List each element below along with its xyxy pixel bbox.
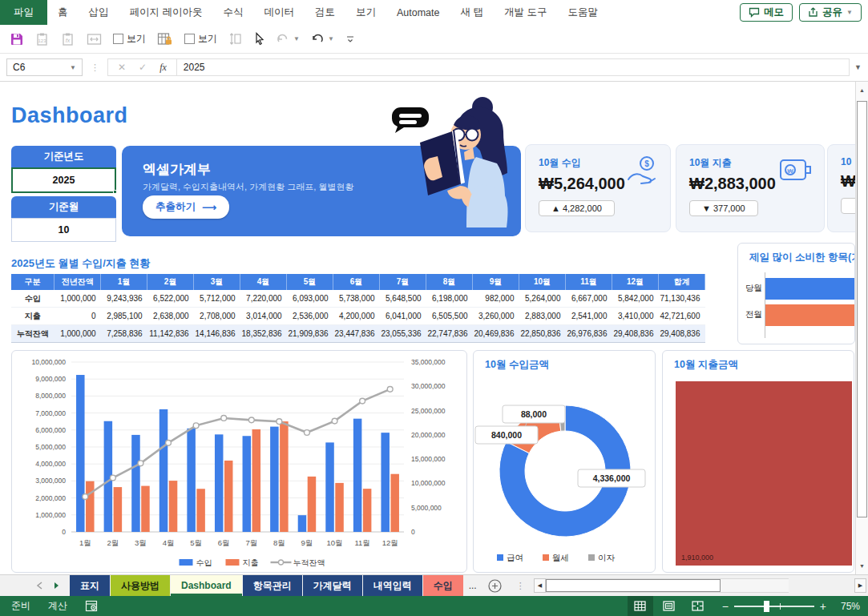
checkbox-icon[interactable] [113, 34, 123, 44]
share-button[interactable]: 공유 ▼ [799, 3, 862, 22]
protect-sheet-button[interactable] [157, 32, 173, 46]
calculate-indicator[interactable]: 계산 [48, 599, 67, 613]
comments-button[interactable]: 메모 [740, 3, 793, 22]
base-year-label: 기준년도 [11, 146, 116, 167]
svg-text:6,000,000: 6,000,000 [35, 426, 66, 434]
metric-card-2[interactable]: 10₩▲ [827, 144, 855, 232]
paste-formulas-button[interactable]: fx [61, 32, 75, 46]
ribbon-tab-3[interactable]: 수식 [212, 0, 253, 25]
dashboard-sheet[interactable]: Dashboard 기준년도 2025 기준월 10 엑셀가계부 가계달력, 수… [0, 82, 855, 574]
confirm-entry-icon[interactable]: ✓ [139, 62, 147, 73]
tabbar-splitter[interactable]: ⋮ [508, 575, 533, 596]
fill-handle[interactable] [113, 190, 117, 194]
scroll-left-icon[interactable]: ◀ [534, 578, 546, 593]
save-button[interactable] [10, 32, 24, 46]
redo-button[interactable]: ▼ [277, 33, 300, 45]
metric-card-1[interactable]: 10월 지출₩₩2,883,000▼ 377,000 [676, 144, 825, 232]
ribbon-tab-bar: 파일 홈삽입페이지 레이아웃수식데이터검토보기Automate새 탭개발 도구도… [0, 0, 868, 25]
expense-treemap-chart[interactable]: 10월 지출금액 1,910,000 [662, 350, 854, 573]
zoom-slider-thumb[interactable] [764, 601, 769, 612]
view-checkbox-2[interactable]: 보기 [184, 32, 217, 46]
table-row[interactable]: 누적잔액1,000,0007,258,83611,142,83614,146,8… [11, 325, 705, 343]
name-box-value: C6 [13, 62, 25, 73]
zoom-slider[interactable] [734, 601, 814, 612]
sheet-nav-left-icon[interactable] [36, 582, 42, 590]
sheet-tab-항목관리[interactable]: 항목관리 [243, 575, 302, 596]
svg-text:4,000,000: 4,000,000 [35, 460, 66, 468]
ribbon-tab-4[interactable]: 데이터 [253, 0, 305, 25]
svg-text:9,000,000: 9,000,000 [35, 375, 66, 383]
view-checkbox-1[interactable]: 보기 [113, 32, 146, 46]
select-cursor-button[interactable] [253, 32, 265, 46]
ribbon-tab-8[interactable]: 새 탭 [450, 0, 494, 25]
sheet-nav-right-icon[interactable] [54, 582, 60, 590]
ribbon-tab-7[interactable]: Automate [386, 0, 450, 25]
undo-button[interactable]: ▼ [311, 33, 334, 45]
zoom-level[interactable]: 75% [836, 601, 860, 612]
sheet-tab-가계달력[interactable]: 가계달력 [303, 575, 362, 596]
svg-text:₩: ₩ [787, 167, 793, 175]
scroll-down-icon[interactable]: ▼ [856, 559, 868, 573]
add-sheet-button[interactable] [482, 575, 508, 596]
sheet-tabs-overflow[interactable]: ... [464, 575, 482, 596]
insert-function-icon[interactable]: fx [159, 62, 167, 74]
metric-card-0[interactable]: 10월 수입$₩5,264,000▲ 4,282,000 [525, 144, 671, 232]
ribbon-tab-1[interactable]: 삽입 [79, 0, 119, 25]
table-header: 10월 [519, 274, 566, 290]
income-donut-chart[interactable]: 10월 수입금액 88,000840,0004,336,000급여월세이자 [473, 350, 656, 573]
normal-view-button[interactable] [628, 596, 653, 616]
name-box[interactable]: C6 ▼ [6, 58, 83, 76]
redo-icon [277, 33, 290, 45]
ribbon-tab-file[interactable]: 파일 [0, 0, 47, 25]
checkbox-icon[interactable] [184, 34, 195, 44]
zoom-out-button[interactable]: − [722, 600, 729, 613]
base-month-cell[interactable]: 10 [11, 218, 116, 242]
sheet-tab-사용방법[interactable]: 사용방법 [111, 575, 170, 596]
horizontal-scroll-thumb[interactable] [546, 579, 721, 592]
cancel-entry-icon[interactable]: ✕ [118, 62, 126, 73]
horizontal-scroll-track[interactable] [546, 578, 789, 593]
ribbon-tab-6[interactable]: 보기 [345, 0, 386, 25]
formula-bar-row: C6 ▼ ⋮ ✕ ✓ fx 2025 ▼ [0, 54, 868, 82]
base-year-control: 기준년도 2025 [11, 146, 116, 193]
row-height-icon [228, 32, 242, 46]
horizontal-scrollbar[interactable]: ◀ ▶ [534, 578, 866, 594]
ribbon-tab-5[interactable]: 검토 [305, 0, 345, 25]
base-year-cell[interactable]: 2025 [11, 167, 116, 193]
normal-view-icon [634, 601, 646, 611]
ribbon-tab-9[interactable]: 개발 도구 [494, 0, 557, 25]
formula-input[interactable]: 2025 [177, 58, 850, 76]
svg-text:8월: 8월 [273, 538, 285, 547]
expand-formula-bar-icon[interactable]: ▼ [854, 63, 862, 71]
vertical-scrollbar[interactable]: ▲ ▼ [855, 82, 868, 574]
svg-text:$: $ [644, 159, 649, 168]
ribbon-tab-2[interactable]: 페이지 레이아웃 [119, 0, 213, 25]
center-across-button[interactable] [87, 33, 102, 46]
monthly-table[interactable]: 구분전년잔액1월2월3월4월5월6월7월8월9월10월11월12월합계수입1,0… [11, 274, 705, 343]
ribbon-tab-10[interactable]: 도움말 [557, 0, 608, 25]
previous-month-bar [765, 304, 855, 326]
paste-values-button[interactable]: 123 [35, 32, 50, 46]
customize-toolbar-button[interactable] [345, 34, 355, 44]
extract-button[interactable]: 추출하기 ⟶ [143, 195, 229, 219]
scroll-up-icon[interactable]: ▲ [856, 83, 868, 97]
table-row[interactable]: 수입1,000,0009,243,9366,522,0005,712,0007,… [11, 290, 705, 308]
row-height-button[interactable] [228, 32, 242, 46]
page-break-view-button[interactable] [685, 596, 711, 616]
scroll-right-icon[interactable]: ▶ [854, 578, 866, 593]
monthly-combo-chart[interactable]: 01,000,0002,000,0003,000,0004,000,0005,0… [11, 350, 467, 573]
ribbon-tab-0[interactable]: 홈 [47, 0, 79, 25]
page-layout-view-button[interactable] [656, 596, 682, 616]
zoom-in-button[interactable]: + [820, 600, 826, 613]
table-header: 1월 [101, 274, 147, 290]
sheet-tab-Dashboard[interactable]: Dashboard [171, 575, 242, 596]
macro-record-icon[interactable] [85, 600, 98, 612]
table-row[interactable]: 지출02,985,1002,638,0002,708,0003,014,0002… [11, 308, 705, 325]
formula-bar-splitter[interactable]: ⋮ [91, 62, 99, 73]
sheet-tab-내역입력[interactable]: 내역입력 [363, 575, 422, 596]
sheet-tab-수입[interactable]: 수입 [423, 575, 463, 596]
vertical-scroll-thumb[interactable] [857, 101, 867, 517]
sheet-tab-표지[interactable]: 표지 [70, 575, 110, 596]
plus-circle-icon [488, 579, 502, 593]
top-category-panel[interactable]: 제일 많이 소비한 항목(기타 당월 전월 [737, 243, 855, 344]
